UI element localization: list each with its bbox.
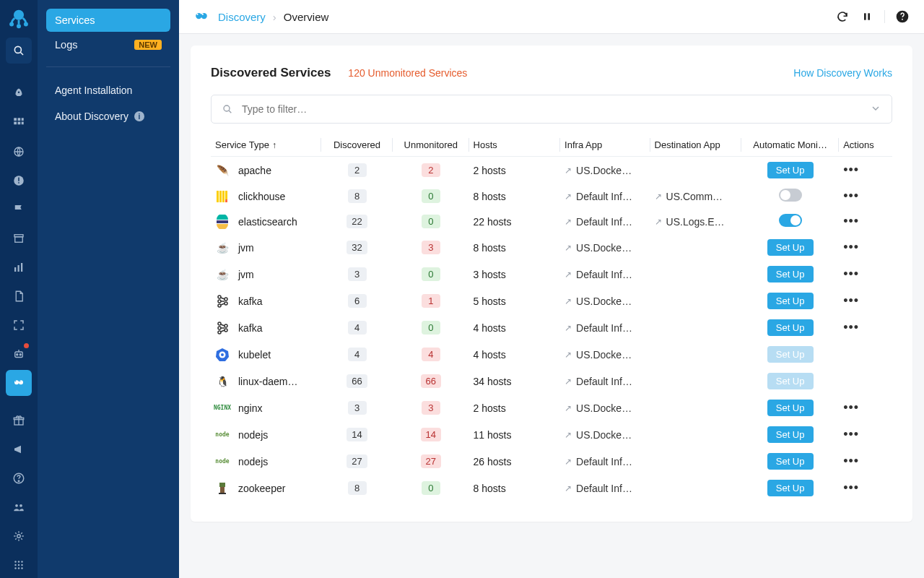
sidebar-link-agent-install[interactable]: Agent Installation: [46, 77, 170, 103]
col-unmonitored[interactable]: Unmonitored: [393, 134, 468, 157]
filter-input[interactable]: [242, 103, 861, 115]
setup-button[interactable]: Set Up: [767, 266, 814, 282]
hosts-cell[interactable]: 4 hosts: [469, 314, 561, 341]
pause-button[interactable]: [860, 9, 874, 24]
hosts-cell[interactable]: 22 hosts: [469, 209, 561, 234]
row-actions-menu[interactable]: •••: [843, 400, 859, 415]
col-discovered[interactable]: Discovered: [321, 134, 393, 157]
setup-button[interactable]: Set Up: [767, 426, 814, 443]
megaphone-icon[interactable]: [6, 436, 32, 462]
hosts-cell[interactable]: 2 hosts: [469, 394, 561, 421]
infra-app-link[interactable]: ↗US.Docke…: [565, 165, 645, 176]
auto-monitoring-toggle[interactable]: [779, 189, 802, 202]
rocket-icon[interactable]: [6, 81, 32, 107]
hosts-cell[interactable]: 8 hosts: [469, 475, 561, 501]
hosts-cell[interactable]: 5 hosts: [469, 288, 561, 314]
col-auto-monitoring[interactable]: Automatic Moni…: [741, 134, 839, 157]
hosts-cell[interactable]: 3 hosts: [469, 261, 561, 288]
setup-button[interactable]: Set Up: [767, 453, 814, 470]
infra-app-link[interactable]: ↗Default Inf…: [565, 269, 645, 280]
people-icon[interactable]: [6, 494, 32, 520]
infra-app-link[interactable]: ↗Default Inf…: [565, 191, 645, 202]
gear-icon[interactable]: [6, 523, 32, 549]
service-cell[interactable]: nodenodejs: [215, 454, 317, 469]
filter-box[interactable]: [211, 95, 892, 124]
grid-icon[interactable]: [6, 110, 32, 136]
row-actions-menu[interactable]: •••: [843, 320, 859, 335]
row-actions-menu[interactable]: •••: [843, 163, 859, 177]
row-actions-menu[interactable]: •••: [843, 189, 859, 203]
col-hosts[interactable]: Hosts: [469, 134, 561, 157]
row-actions-menu[interactable]: •••: [843, 427, 859, 441]
infra-app-link[interactable]: ↗Default Inf…: [565, 483, 645, 494]
discovery-icon[interactable]: [6, 370, 32, 396]
hosts-cell[interactable]: 26 hosts: [469, 448, 561, 475]
service-cell[interactable]: NGINXnginx: [215, 401, 317, 415]
service-cell[interactable]: kafka: [215, 294, 317, 309]
sidebar-link-about-discovery[interactable]: About Discovery i: [46, 103, 170, 129]
sidebar-item-logs[interactable]: Logs NEW: [46, 33, 170, 56]
row-actions-menu[interactable]: •••: [843, 267, 859, 281]
flag-icon[interactable]: [6, 197, 32, 223]
hosts-cell[interactable]: 8 hosts: [469, 234, 561, 261]
hosts-cell[interactable]: 4 hosts: [469, 341, 561, 368]
archive-icon[interactable]: [6, 225, 32, 251]
service-cell[interactable]: 🐧linux-daem…: [215, 374, 317, 389]
setup-button[interactable]: Set Up: [767, 293, 814, 309]
alert-icon[interactable]: [6, 168, 32, 194]
infra-app-link[interactable]: ↗US.Docke…: [565, 402, 645, 414]
service-cell[interactable]: kafka: [215, 321, 317, 335]
globe-icon[interactable]: [6, 139, 32, 165]
unmonitored-link[interactable]: 120 Unmonitored Services: [348, 67, 467, 79]
expand-filter-icon[interactable]: [870, 103, 881, 116]
help-button[interactable]: [895, 9, 910, 24]
hosts-cell[interactable]: 2 hosts: [469, 157, 561, 184]
sidebar-item-services[interactable]: Services: [46, 9, 170, 32]
setup-button[interactable]: Set Up: [767, 162, 814, 178]
fullscreen-icon[interactable]: [6, 312, 32, 338]
infra-app-link[interactable]: ↗Default Inf…: [565, 376, 645, 387]
col-infra-app[interactable]: Infra App: [560, 134, 650, 157]
infra-app-link[interactable]: ↗US.Docke…: [565, 296, 645, 307]
refresh-button[interactable]: [835, 9, 850, 24]
destination-app-link[interactable]: ↗US.Comm…: [655, 191, 738, 202]
service-cell[interactable]: clickhouse: [215, 189, 317, 204]
service-cell[interactable]: 🪶apache: [215, 163, 317, 178]
row-actions-menu[interactable]: •••: [843, 480, 859, 495]
row-actions-menu[interactable]: •••: [843, 293, 859, 308]
service-cell[interactable]: kubelet: [215, 348, 317, 362]
hosts-cell[interactable]: 34 hosts: [469, 368, 561, 394]
infra-app-link[interactable]: ↗Default Inf…: [565, 322, 645, 334]
setup-button[interactable]: Set Up: [767, 319, 814, 336]
infra-app-link[interactable]: ↗US.Docke…: [565, 429, 645, 441]
chart-icon[interactable]: [6, 254, 32, 280]
setup-button[interactable]: Set Up: [767, 239, 814, 256]
row-actions-menu[interactable]: •••: [843, 454, 859, 468]
infra-app-link[interactable]: ↗Default Inf…: [565, 456, 645, 467]
help-icon[interactable]: [6, 465, 32, 491]
breadcrumb-root[interactable]: Discovery: [218, 11, 266, 23]
col-destination-app[interactable]: Destination App: [650, 134, 742, 157]
infra-app-link[interactable]: ↗US.Docke…: [565, 242, 645, 254]
row-actions-menu[interactable]: •••: [843, 240, 859, 254]
infra-app-link[interactable]: ↗Default Inf…: [565, 216, 645, 228]
col-service-type[interactable]: Service Type↑: [211, 134, 321, 157]
gift-icon[interactable]: [6, 407, 32, 434]
service-cell[interactable]: ☕jvm: [215, 267, 317, 282]
destination-app-link[interactable]: ↗US.Logs.E…: [655, 216, 738, 228]
setup-button[interactable]: Set Up: [767, 480, 814, 496]
hosts-cell[interactable]: 8 hosts: [469, 184, 561, 209]
how-discovery-works-link[interactable]: How Discovery Works: [793, 67, 892, 79]
service-cell[interactable]: nodenodejs: [215, 428, 317, 442]
file-icon[interactable]: [6, 283, 32, 309]
hosts-cell[interactable]: 11 hosts: [469, 421, 561, 448]
search-icon[interactable]: [6, 38, 32, 64]
apps-icon[interactable]: [6, 552, 32, 578]
service-cell[interactable]: zookeeper: [215, 481, 317, 496]
row-actions-menu[interactable]: •••: [843, 214, 859, 228]
service-cell[interactable]: elasticsearch: [215, 215, 317, 229]
robot-icon[interactable]: [6, 341, 32, 367]
infra-app-link[interactable]: ↗US.Docke…: [565, 349, 645, 361]
auto-monitoring-toggle[interactable]: [779, 214, 802, 227]
setup-button[interactable]: Set Up: [767, 400, 814, 416]
